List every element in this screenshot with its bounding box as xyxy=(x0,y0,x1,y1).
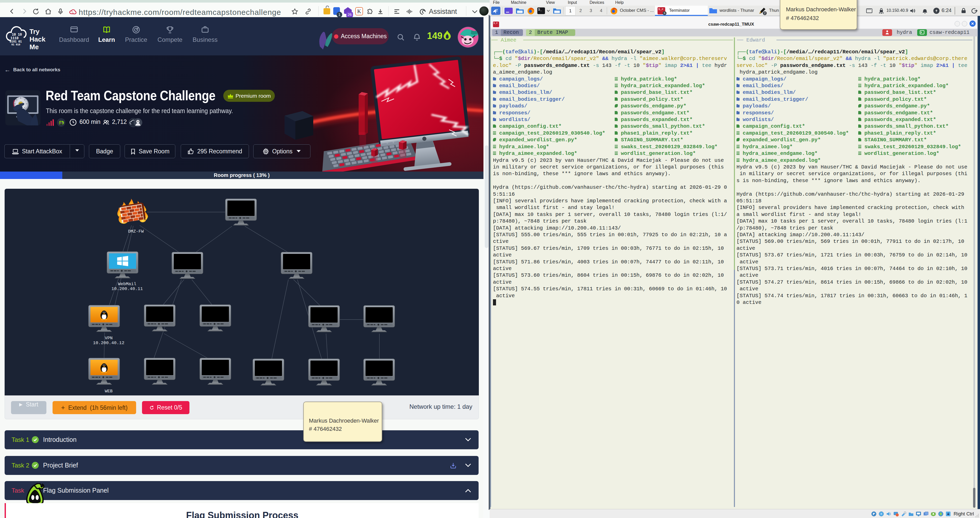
svg-text:1110: 1110 xyxy=(11,36,19,40)
svg-text:01 010: 01 010 xyxy=(11,43,20,46)
svg-text:01: 01 xyxy=(72,13,74,14)
svg-text:0101 01: 0101 01 xyxy=(10,40,22,44)
